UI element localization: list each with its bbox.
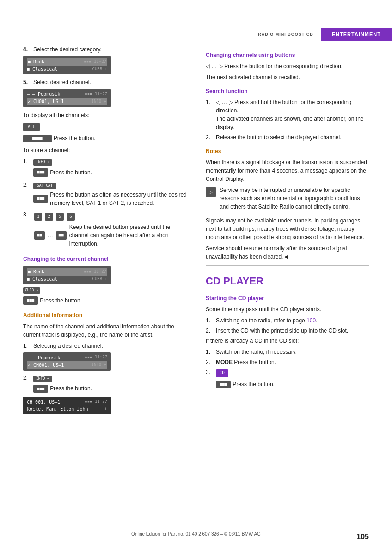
screen2-row1-right: ▪▪▪ 11↑27	[85, 91, 107, 98]
additional-info-text: The name of the channel and additional i…	[23, 322, 187, 339]
screen3-row2-left: ◼ Classical	[27, 276, 57, 283]
note-box: ▷ Service may be interrupted or unavaila…	[206, 186, 369, 214]
press-button-3-row: ■■■ Press the button.	[23, 296, 187, 306]
additional-step-1-num: 1.	[23, 342, 31, 350]
search-step-2: 2. Release the button to select the disp…	[206, 133, 369, 142]
header: RADIO MINI BOOST CD ENTERTAINMENT	[0, 0, 392, 41]
changing-channels-text2: The next activated channel is recalled.	[206, 73, 369, 81]
screen-3: ◼ Rock ▪▪▪ 11↑27 ◼ Classical CURR +	[23, 266, 111, 284]
search-step-1-text: ◁ … ▷ Press and hold the button for the …	[216, 99, 352, 114]
if-cd-2-num: 2.	[206, 358, 213, 366]
store-step-2-text: Press the button as often as necessary u…	[50, 191, 187, 207]
cd-player-heading: CD PLAYER	[206, 273, 369, 289]
search-step-2-text: Release the button to select the display…	[216, 133, 369, 142]
if-cd-1-num: 1.	[206, 348, 213, 356]
note-icon: ▷	[206, 187, 216, 197]
store-step-3-num: 3.	[23, 210, 31, 250]
header-radio-label: RADIO MINI BOOST CD	[258, 28, 321, 41]
notes-text1: When there is a signal blockage or the t…	[206, 158, 369, 183]
btn-6: 6	[67, 213, 74, 221]
store-step-3: 3. 1 2 5 6 ■■ … ■■ Keep the	[23, 210, 187, 250]
search-function-heading: Search function	[206, 87, 369, 95]
if-cd-text: If there is already a CD in the CD slot:	[206, 337, 369, 345]
step-4-num: 4.	[23, 45, 31, 54]
info-button-2: INFO ➜	[33, 376, 52, 382]
mode-label: MODE	[216, 359, 233, 365]
curr-button: CURR ➜	[23, 287, 40, 294]
screen1-row2-right: CURR +	[92, 66, 107, 73]
switching-num: 1.	[206, 316, 213, 325]
switching-page[interactable]: 100	[306, 317, 316, 324]
button-img-cd: ■■■	[216, 381, 231, 389]
screen4-row1-left: – – Popmusik	[27, 354, 60, 361]
step-5-text: Select desired channel.	[33, 78, 187, 86]
screen-5: CH 001, US–1 ▪▪▪ 11↑27 Rocket Man, Elton…	[23, 397, 111, 414]
num-buttons: 1 2 5 6	[33, 212, 76, 222]
btn-1: 1	[34, 213, 42, 221]
step-4: 4. Select the desired category.	[23, 45, 187, 54]
button-img-5: ■■■	[23, 296, 38, 305]
footer: Online Edition for Part no. 01 40 2 607 …	[0, 522, 392, 541]
footer-text: Online Edition for Part no. 01 40 2 607 …	[131, 531, 261, 536]
if-cd-step-3: 3. CD ■■■ Press the button.	[206, 368, 369, 391]
screen1-row2-left: ◼ Classical	[27, 66, 57, 73]
additional-step-1-text: Selecting a desired channel.	[33, 342, 187, 350]
changing-channels-heading: Changing channels using buttons	[206, 51, 369, 59]
insert-num: 2.	[206, 327, 213, 335]
button-img-3: ■■■	[33, 195, 48, 203]
store-step-1-num: 1.	[23, 157, 31, 179]
button-img-6: ■■■	[33, 385, 48, 393]
starting-heading: Starting the CD player	[206, 294, 369, 302]
button-img-4b: ■■	[56, 231, 67, 240]
switching-text: Switching on the radio, refer to page	[216, 317, 305, 324]
changing-channels-text1: ◁ … ▷ Press the button for the correspon…	[206, 62, 369, 70]
page-number: 105	[356, 533, 369, 541]
press-button-1-text: Press the button.	[54, 134, 96, 142]
starting-text: Some time may pass until the CD player s…	[206, 305, 369, 314]
header-entertainment-label: ENTERTAINMENT	[321, 28, 392, 41]
store-channel-text: To store a channel:	[23, 146, 187, 154]
screen4-row1-right: ▪▪▪ 11↑27	[85, 354, 107, 361]
screen3-row1-right: ▪▪▪ 11↑27	[84, 269, 106, 275]
store-step-2: 2. SAT CAT ■■■ Press the button as often…	[23, 181, 187, 209]
screen1-row1-left: ◼ Rock	[28, 58, 44, 65]
cd-button: CD	[216, 369, 228, 377]
additional-step-2-num: 2.	[23, 374, 31, 395]
press-button-1-row: ■■■■ Press the button.	[23, 134, 187, 144]
screen2-row1-left: – – Popmusik	[27, 91, 60, 98]
screen5-row2-left: Rocket Man, Elton John	[27, 406, 88, 413]
screen5-row2-right: +	[104, 406, 107, 413]
additional-step-2: 2. INFO ➜ ■■■ Press the button.	[23, 374, 187, 395]
if-cd-1-text: Switch on the radio, if necessary.	[216, 348, 369, 356]
insert-step: 2. Insert the CD with the printed side u…	[206, 327, 369, 335]
search-step-1-num: 1.	[206, 98, 213, 131]
curr-button-row: CURR ➜	[23, 287, 187, 294]
info-button: INFO ➜	[33, 159, 52, 166]
switching-step: 1. Switching on the radio, refer to page…	[206, 316, 369, 325]
if-cd-2-text: Press the button.	[234, 359, 276, 365]
screen-4: – – Popmusik ▪▪▪ 11↑27 ✓ CH001, US–1 INF…	[23, 352, 111, 371]
button-img-2: ■■■	[33, 168, 48, 177]
sat-cat-button: SAT CAT	[33, 183, 56, 189]
additional-info-heading: Additional information	[23, 311, 187, 320]
notes-text3: Signals may not be available under tunne…	[206, 216, 369, 241]
display-channels-text: To display all the channels:	[23, 111, 187, 119]
main-content: 4. Select the desired category. ◼ Rock ▪…	[0, 45, 392, 416]
press-btn-cd-text: Press the button.	[233, 380, 275, 388]
search-step-1-detail: The activated channels are shown, one af…	[216, 116, 364, 130]
divider	[206, 265, 369, 266]
screen4-row2-right: INFO +	[91, 362, 106, 368]
search-step-2-num: 2.	[206, 133, 213, 142]
button-img-1: ■■■■	[23, 135, 52, 143]
search-step-1: 1. ◁ … ▷ Press and hold the button for t…	[206, 98, 369, 131]
if-cd-3-num: 3.	[206, 368, 213, 391]
if-cd-step-1: 1. Switch on the radio, if necessary.	[206, 348, 369, 356]
all-button-row: ALL	[23, 122, 187, 132]
right-column: Changing channels using buttons ◁ … ▷ Pr…	[196, 45, 369, 416]
screen5-row1-right: ▪▪▪ 11↑27	[85, 399, 107, 406]
insert-text: Insert the CD with the printed side up i…	[216, 327, 369, 335]
press-button-4-text: Press the button.	[50, 384, 92, 393]
screen2-row2-left: ✓ CH001, US–1	[28, 98, 64, 105]
step-4-text: Select the desired category.	[33, 45, 187, 54]
screen3-row2-right: CURR +	[92, 276, 107, 283]
